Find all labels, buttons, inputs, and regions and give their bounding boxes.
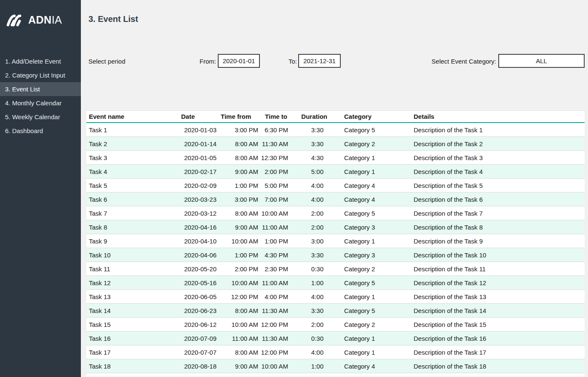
cell-event[interactable]: Task 18 (86, 363, 179, 370)
cell-event[interactable]: Task 7 (86, 210, 179, 217)
cell-category[interactable]: Category 5 (328, 210, 411, 217)
cell-duration[interactable]: 4:00 (293, 349, 328, 356)
cell-event[interactable]: Task 17 (86, 349, 179, 356)
cell-time-to[interactable]: 12:00 PM (259, 349, 293, 356)
cell-event[interactable]: Task 15 (86, 321, 179, 328)
cell-time-from[interactable]: 8:00 AM (218, 210, 259, 217)
cell-details[interactable]: Description of the Task 7 (411, 210, 585, 217)
cell-date[interactable]: 2020-02-09 (179, 182, 218, 189)
cell-category[interactable]: Category 1 (328, 335, 411, 342)
cell-time-to[interactable]: 10:00 AM (259, 210, 293, 217)
cell-category[interactable]: Category 5 (328, 279, 411, 286)
cell-duration[interactable]: 3:30 (293, 307, 328, 314)
cell-date[interactable]: 2020-03-23 (179, 196, 218, 203)
cell-event[interactable]: Task 11 (86, 265, 179, 273)
cell-time-from[interactable]: 3:00 PM (218, 196, 259, 203)
cell-time-to[interactable]: 2:30 PM (259, 265, 293, 273)
cell-time-from[interactable]: 10:00 AM (218, 238, 259, 245)
cell-details[interactable]: Description of the Task 4 (411, 168, 585, 175)
cell-category[interactable]: Category 3 (328, 224, 411, 231)
cell-details[interactable]: Description of the Task 13 (411, 293, 585, 300)
cell-duration[interactable]: 4:30 (293, 154, 328, 161)
cell-duration[interactable]: 4:00 (293, 196, 328, 203)
cell-time-from[interactable]: 8:00 AM (218, 140, 259, 147)
sidebar-item-monthly-calendar[interactable]: 4. Monthly Calendar (0, 96, 81, 110)
cell-date[interactable]: 2020-02-17 (179, 168, 218, 175)
cell-duration[interactable]: 4:00 (293, 182, 328, 189)
cell-details[interactable]: Description of the Task 15 (411, 321, 585, 328)
cell-details[interactable]: Description of the Task 8 (411, 224, 585, 231)
cell-time-from[interactable]: 10:00 AM (218, 279, 259, 286)
cell-duration[interactable]: 2:00 (293, 224, 328, 231)
cell-details[interactable]: Description of the Task 5 (411, 182, 585, 189)
cell-event[interactable]: Task 6 (86, 196, 179, 203)
cell-time-to[interactable]: 7:00 PM (259, 196, 293, 203)
cell-duration[interactable]: 3:30 (293, 251, 328, 259)
sidebar-item-event-list[interactable]: 3. Event List (0, 82, 81, 96)
cell-duration[interactable]: 2:00 (293, 210, 328, 217)
cell-category[interactable]: Category 1 (328, 154, 411, 161)
cell-event[interactable]: Task 4 (86, 168, 179, 175)
cell-duration[interactable]: 1:00 (293, 363, 328, 370)
cell-date[interactable]: 2020-06-23 (179, 307, 218, 314)
cell-category[interactable]: Category 2 (328, 321, 411, 328)
cell-duration[interactable]: 3:30 (293, 140, 328, 147)
cell-duration[interactable]: 3:00 (293, 238, 328, 245)
sidebar-item-add-delete-event[interactable]: 1. Add/Delete Event (0, 54, 81, 68)
cell-category[interactable]: Category 1 (328, 349, 411, 356)
cell-time-to[interactable]: 11:00 AM (259, 279, 293, 286)
cell-category[interactable]: Category 2 (328, 265, 411, 273)
cell-category[interactable]: Category 5 (328, 126, 411, 134)
cell-date[interactable]: 2020-01-05 (179, 154, 218, 161)
cell-event[interactable]: Task 14 (86, 307, 179, 314)
event-category-select[interactable]: ALL (498, 54, 585, 68)
cell-duration[interactable]: 5:00 (293, 168, 328, 175)
cell-event[interactable]: Task 9 (86, 238, 179, 245)
cell-date[interactable]: 2020-07-07 (179, 349, 218, 356)
cell-time-from[interactable]: 12:00 PM (218, 293, 259, 300)
cell-time-to[interactable]: 4:30 PM (259, 251, 293, 259)
cell-date[interactable]: 2020-04-10 (179, 238, 218, 245)
cell-duration[interactable]: 0:30 (293, 335, 328, 342)
cell-date[interactable]: 2020-01-14 (179, 140, 218, 147)
cell-duration[interactable]: 4:00 (293, 293, 328, 300)
cell-details[interactable]: Description of the Task 14 (411, 307, 585, 314)
cell-time-to[interactable]: 6:30 PM (259, 126, 293, 134)
cell-duration[interactable]: 0:30 (293, 265, 328, 273)
cell-time-from[interactable]: 8:00 AM (218, 307, 259, 314)
cell-details[interactable]: Description of the Task 6 (411, 196, 585, 203)
cell-date[interactable]: 2020-05-20 (179, 265, 218, 273)
cell-event[interactable]: Task 2 (86, 140, 179, 147)
cell-details[interactable]: Description of the Task 9 (411, 238, 585, 245)
cell-details[interactable]: Description of the Task 11 (411, 265, 585, 273)
cell-time-from[interactable]: 1:00 PM (218, 251, 259, 259)
cell-time-from[interactable]: 9:00 AM (218, 224, 259, 231)
cell-category[interactable]: Category 4 (328, 363, 411, 370)
cell-time-to[interactable]: 12:00 PM (259, 321, 293, 328)
cell-details[interactable]: Description of the Task 2 (411, 140, 585, 147)
cell-time-from[interactable]: 9:00 AM (218, 363, 259, 370)
sidebar-item-category-list-input[interactable]: 2. Category List Input (0, 68, 81, 82)
cell-event[interactable]: Task 8 (86, 224, 179, 231)
cell-event[interactable]: Task 12 (86, 279, 179, 286)
to-date-input[interactable]: 2021-12-31 (298, 54, 341, 68)
cell-duration[interactable]: 1:00 (293, 279, 328, 286)
cell-details[interactable]: Description of the Task 12 (411, 279, 585, 286)
cell-event[interactable]: Task 3 (86, 154, 179, 161)
cell-event[interactable]: Task 13 (86, 293, 179, 300)
cell-date[interactable]: 2020-05-16 (179, 279, 218, 286)
cell-time-from[interactable]: 1:00 PM (218, 182, 259, 189)
cell-time-from[interactable]: 3:00 PM (218, 126, 259, 134)
cell-time-from[interactable]: 9:00 AM (218, 168, 259, 175)
cell-details[interactable]: Description of the Task 1 (411, 126, 585, 134)
cell-time-from[interactable]: 8:00 AM (218, 349, 259, 356)
cell-event[interactable]: Task 16 (86, 335, 179, 342)
cell-time-to[interactable]: 10:00 AM (259, 363, 293, 370)
cell-time-to[interactable]: 2:00 PM (259, 168, 293, 175)
cell-details[interactable]: Description of the Task 18 (411, 363, 585, 370)
cell-time-from[interactable]: 11:00 AM (218, 335, 259, 342)
cell-time-to[interactable]: 11:30 AM (259, 335, 293, 342)
cell-event[interactable]: Task 5 (86, 182, 179, 189)
cell-category[interactable]: Category 4 (328, 196, 411, 203)
cell-date[interactable]: 2020-06-05 (179, 293, 218, 300)
